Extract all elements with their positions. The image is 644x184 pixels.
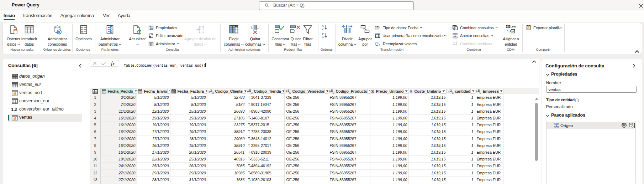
svg-text:3: 3 xyxy=(452,90,454,94)
svg-text:123: 123 xyxy=(375,28,379,30)
svg-text:C: C xyxy=(480,91,482,93)
svg-text:A: A xyxy=(322,35,324,38)
svg-text:Z: Z xyxy=(322,27,324,30)
svg-text:CDM: CDM xyxy=(511,25,516,28)
svg-text:$: $ xyxy=(371,89,374,94)
svg-text:3: 3 xyxy=(212,90,214,94)
svg-text:C: C xyxy=(333,91,335,93)
svg-text:C: C xyxy=(251,91,253,93)
svg-text:2: 2 xyxy=(379,44,380,46)
svg-text:$: $ xyxy=(410,89,413,94)
svg-text:ABC: ABC xyxy=(375,25,380,28)
svg-text:C: C xyxy=(289,91,291,93)
